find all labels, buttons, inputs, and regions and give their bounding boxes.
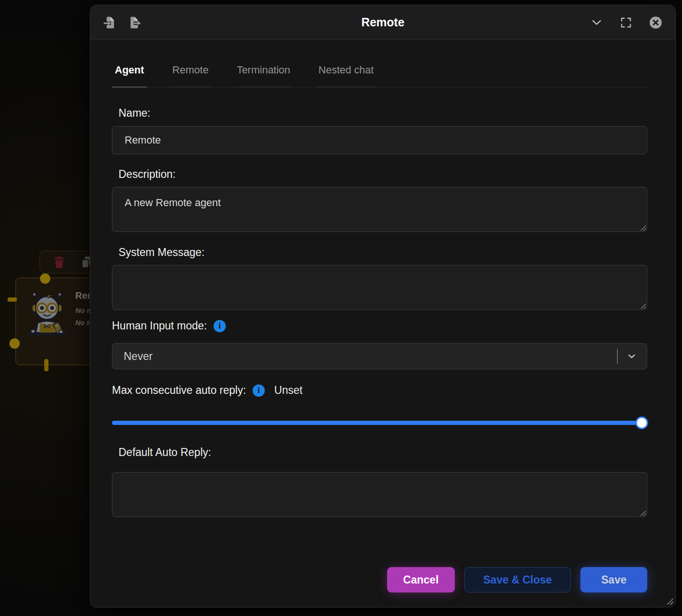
- max-auto-reply-value: Unset: [274, 384, 302, 397]
- tab-bar: Agent Remote Termination Nested chat: [112, 64, 647, 88]
- agent-settings-modal: Remote Agent R: [90, 5, 676, 608]
- info-icon[interactable]: i: [214, 320, 226, 332]
- human-input-mode-select[interactable]: Never: [112, 343, 647, 369]
- human-input-mode-label: Human Input mode:: [112, 320, 207, 332]
- cancel-button[interactable]: Cancel: [387, 567, 454, 592]
- modal-title: Remote: [90, 16, 675, 29]
- modal-header: Remote: [90, 5, 675, 40]
- file-export-icon[interactable]: [128, 16, 141, 29]
- tab-remote[interactable]: Remote: [169, 64, 211, 88]
- slider-thumb[interactable]: [635, 416, 648, 429]
- select-divider: [617, 349, 618, 364]
- tab-agent[interactable]: Agent: [112, 64, 147, 88]
- system-message-label: System Message:: [119, 246, 647, 259]
- chevron-down-icon[interactable]: [590, 16, 603, 29]
- slider-track[interactable]: [112, 421, 647, 425]
- max-auto-reply-slider[interactable]: [112, 416, 647, 429]
- name-input[interactable]: [112, 126, 647, 154]
- action-button-row: Cancel Save & Close Save: [112, 567, 647, 592]
- system-message-textarea[interactable]: [112, 265, 647, 310]
- tab-termination[interactable]: Termination: [234, 64, 293, 88]
- chevron-down-icon[interactable]: [627, 352, 636, 361]
- selected-option: Never: [124, 350, 152, 363]
- default-auto-reply-textarea[interactable]: [112, 472, 647, 517]
- max-auto-reply-label: Max consecutive auto reply:: [112, 384, 246, 397]
- save-button[interactable]: Save: [580, 567, 647, 592]
- close-circle-icon[interactable]: [649, 16, 662, 29]
- info-icon[interactable]: i: [253, 384, 265, 397]
- maximize-icon[interactable]: [620, 16, 632, 29]
- tab-nested-chat[interactable]: Nested chat: [316, 64, 376, 88]
- description-label: Description:: [119, 168, 647, 181]
- file-import-icon[interactable]: [103, 16, 117, 29]
- name-label: Name:: [119, 107, 647, 120]
- modal-body: Agent Remote Termination Nested chat Nam…: [90, 40, 675, 607]
- description-textarea[interactable]: A new Remote agent: [112, 187, 647, 232]
- default-auto-reply-label: Default Auto Reply:: [119, 446, 647, 459]
- save-and-close-button[interactable]: Save & Close: [464, 567, 571, 592]
